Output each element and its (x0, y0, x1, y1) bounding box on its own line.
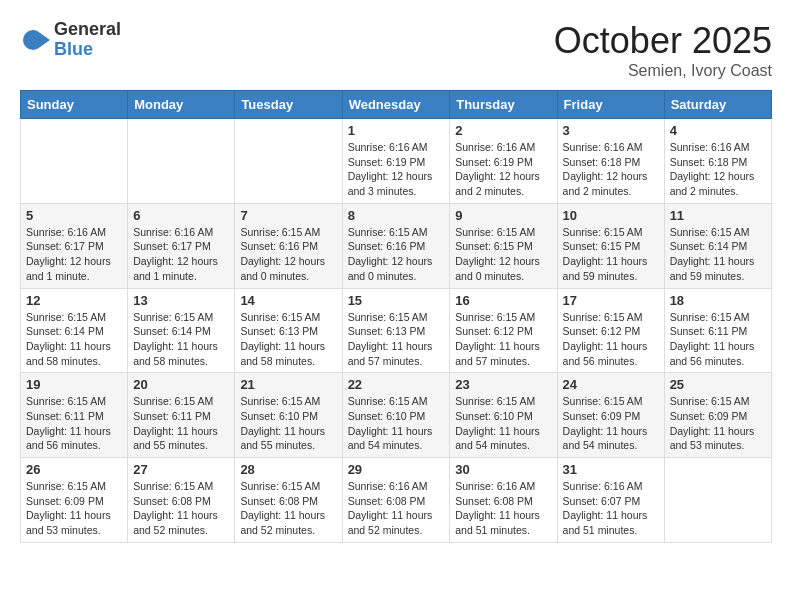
cell-info: Sunrise: 6:15 AM Sunset: 6:13 PM Dayligh… (348, 310, 445, 369)
day-number: 18 (670, 293, 766, 308)
day-number: 21 (240, 377, 336, 392)
cell-info: Sunrise: 6:15 AM Sunset: 6:11 PM Dayligh… (133, 394, 229, 453)
calendar-cell: 23Sunrise: 6:15 AM Sunset: 6:10 PM Dayli… (450, 373, 557, 458)
cell-info: Sunrise: 6:16 AM Sunset: 6:18 PM Dayligh… (563, 140, 659, 199)
calendar-week-row: 19Sunrise: 6:15 AM Sunset: 6:11 PM Dayli… (21, 373, 772, 458)
cell-info: Sunrise: 6:15 AM Sunset: 6:10 PM Dayligh… (240, 394, 336, 453)
cell-info: Sunrise: 6:15 AM Sunset: 6:13 PM Dayligh… (240, 310, 336, 369)
calendar-cell: 27Sunrise: 6:15 AM Sunset: 6:08 PM Dayli… (128, 458, 235, 543)
cell-info: Sunrise: 6:15 AM Sunset: 6:16 PM Dayligh… (240, 225, 336, 284)
calendar-cell: 19Sunrise: 6:15 AM Sunset: 6:11 PM Dayli… (21, 373, 128, 458)
day-number: 1 (348, 123, 445, 138)
day-number: 15 (348, 293, 445, 308)
day-number: 4 (670, 123, 766, 138)
calendar-cell: 18Sunrise: 6:15 AM Sunset: 6:11 PM Dayli… (664, 288, 771, 373)
cell-info: Sunrise: 6:16 AM Sunset: 6:17 PM Dayligh… (26, 225, 122, 284)
calendar-cell: 24Sunrise: 6:15 AM Sunset: 6:09 PM Dayli… (557, 373, 664, 458)
calendar-week-row: 1Sunrise: 6:16 AM Sunset: 6:19 PM Daylig… (21, 119, 772, 204)
cell-info: Sunrise: 6:15 AM Sunset: 6:15 PM Dayligh… (563, 225, 659, 284)
cell-info: Sunrise: 6:15 AM Sunset: 6:16 PM Dayligh… (348, 225, 445, 284)
cell-info: Sunrise: 6:16 AM Sunset: 6:08 PM Dayligh… (348, 479, 445, 538)
cell-info: Sunrise: 6:16 AM Sunset: 6:07 PM Dayligh… (563, 479, 659, 538)
title-block: October 2025 Semien, Ivory Coast (554, 20, 772, 80)
day-number: 2 (455, 123, 551, 138)
svg-marker-1 (40, 33, 50, 47)
column-header-tuesday: Tuesday (235, 91, 342, 119)
logo: General Blue (20, 20, 121, 60)
calendar-cell: 11Sunrise: 6:15 AM Sunset: 6:14 PM Dayli… (664, 203, 771, 288)
calendar-cell: 12Sunrise: 6:15 AM Sunset: 6:14 PM Dayli… (21, 288, 128, 373)
cell-info: Sunrise: 6:15 AM Sunset: 6:14 PM Dayligh… (133, 310, 229, 369)
calendar-cell: 4Sunrise: 6:16 AM Sunset: 6:18 PM Daylig… (664, 119, 771, 204)
calendar-cell (664, 458, 771, 543)
day-number: 22 (348, 377, 445, 392)
day-number: 20 (133, 377, 229, 392)
calendar-header-row: SundayMondayTuesdayWednesdayThursdayFrid… (21, 91, 772, 119)
column-header-monday: Monday (128, 91, 235, 119)
calendar-cell: 15Sunrise: 6:15 AM Sunset: 6:13 PM Dayli… (342, 288, 450, 373)
day-number: 10 (563, 208, 659, 223)
calendar-cell: 25Sunrise: 6:15 AM Sunset: 6:09 PM Dayli… (664, 373, 771, 458)
cell-info: Sunrise: 6:15 AM Sunset: 6:11 PM Dayligh… (670, 310, 766, 369)
cell-info: Sunrise: 6:15 AM Sunset: 6:12 PM Dayligh… (563, 310, 659, 369)
calendar-cell (21, 119, 128, 204)
calendar-cell: 9Sunrise: 6:15 AM Sunset: 6:15 PM Daylig… (450, 203, 557, 288)
cell-info: Sunrise: 6:15 AM Sunset: 6:09 PM Dayligh… (26, 479, 122, 538)
day-number: 19 (26, 377, 122, 392)
day-number: 9 (455, 208, 551, 223)
cell-info: Sunrise: 6:15 AM Sunset: 6:10 PM Dayligh… (348, 394, 445, 453)
day-number: 30 (455, 462, 551, 477)
cell-info: Sunrise: 6:15 AM Sunset: 6:08 PM Dayligh… (133, 479, 229, 538)
calendar-week-row: 12Sunrise: 6:15 AM Sunset: 6:14 PM Dayli… (21, 288, 772, 373)
day-number: 5 (26, 208, 122, 223)
cell-info: Sunrise: 6:16 AM Sunset: 6:19 PM Dayligh… (348, 140, 445, 199)
calendar-cell: 14Sunrise: 6:15 AM Sunset: 6:13 PM Dayli… (235, 288, 342, 373)
day-number: 23 (455, 377, 551, 392)
calendar-cell: 20Sunrise: 6:15 AM Sunset: 6:11 PM Dayli… (128, 373, 235, 458)
column-header-saturday: Saturday (664, 91, 771, 119)
column-header-sunday: Sunday (21, 91, 128, 119)
calendar-cell: 1Sunrise: 6:16 AM Sunset: 6:19 PM Daylig… (342, 119, 450, 204)
day-number: 8 (348, 208, 445, 223)
logo-text: General Blue (54, 20, 121, 60)
calendar-cell: 8Sunrise: 6:15 AM Sunset: 6:16 PM Daylig… (342, 203, 450, 288)
calendar-cell: 26Sunrise: 6:15 AM Sunset: 6:09 PM Dayli… (21, 458, 128, 543)
calendar-cell: 28Sunrise: 6:15 AM Sunset: 6:08 PM Dayli… (235, 458, 342, 543)
cell-info: Sunrise: 6:16 AM Sunset: 6:18 PM Dayligh… (670, 140, 766, 199)
day-number: 12 (26, 293, 122, 308)
calendar-cell: 5Sunrise: 6:16 AM Sunset: 6:17 PM Daylig… (21, 203, 128, 288)
cell-info: Sunrise: 6:15 AM Sunset: 6:09 PM Dayligh… (563, 394, 659, 453)
calendar-cell: 16Sunrise: 6:15 AM Sunset: 6:12 PM Dayli… (450, 288, 557, 373)
calendar-cell: 13Sunrise: 6:15 AM Sunset: 6:14 PM Dayli… (128, 288, 235, 373)
calendar-week-row: 5Sunrise: 6:16 AM Sunset: 6:17 PM Daylig… (21, 203, 772, 288)
logo-general-text: General (54, 20, 121, 40)
calendar-cell: 3Sunrise: 6:16 AM Sunset: 6:18 PM Daylig… (557, 119, 664, 204)
day-number: 25 (670, 377, 766, 392)
day-number: 26 (26, 462, 122, 477)
calendar-week-row: 26Sunrise: 6:15 AM Sunset: 6:09 PM Dayli… (21, 458, 772, 543)
calendar-cell: 22Sunrise: 6:15 AM Sunset: 6:10 PM Dayli… (342, 373, 450, 458)
day-number: 24 (563, 377, 659, 392)
day-number: 27 (133, 462, 229, 477)
calendar-cell: 6Sunrise: 6:16 AM Sunset: 6:17 PM Daylig… (128, 203, 235, 288)
month-title: October 2025 (554, 20, 772, 62)
cell-info: Sunrise: 6:15 AM Sunset: 6:09 PM Dayligh… (670, 394, 766, 453)
calendar-cell: 30Sunrise: 6:16 AM Sunset: 6:08 PM Dayli… (450, 458, 557, 543)
column-header-thursday: Thursday (450, 91, 557, 119)
calendar-cell: 31Sunrise: 6:16 AM Sunset: 6:07 PM Dayli… (557, 458, 664, 543)
page-header: General Blue October 2025 Semien, Ivory … (20, 20, 772, 80)
logo-blue-text: Blue (54, 40, 121, 60)
cell-info: Sunrise: 6:15 AM Sunset: 6:14 PM Dayligh… (26, 310, 122, 369)
column-header-wednesday: Wednesday (342, 91, 450, 119)
day-number: 11 (670, 208, 766, 223)
day-number: 3 (563, 123, 659, 138)
location: Semien, Ivory Coast (554, 62, 772, 80)
cell-info: Sunrise: 6:16 AM Sunset: 6:08 PM Dayligh… (455, 479, 551, 538)
calendar-cell: 7Sunrise: 6:15 AM Sunset: 6:16 PM Daylig… (235, 203, 342, 288)
calendar-cell: 17Sunrise: 6:15 AM Sunset: 6:12 PM Dayli… (557, 288, 664, 373)
calendar-cell: 10Sunrise: 6:15 AM Sunset: 6:15 PM Dayli… (557, 203, 664, 288)
calendar-cell: 29Sunrise: 6:16 AM Sunset: 6:08 PM Dayli… (342, 458, 450, 543)
calendar-cell (128, 119, 235, 204)
cell-info: Sunrise: 6:15 AM Sunset: 6:08 PM Dayligh… (240, 479, 336, 538)
logo-icon (20, 25, 50, 55)
